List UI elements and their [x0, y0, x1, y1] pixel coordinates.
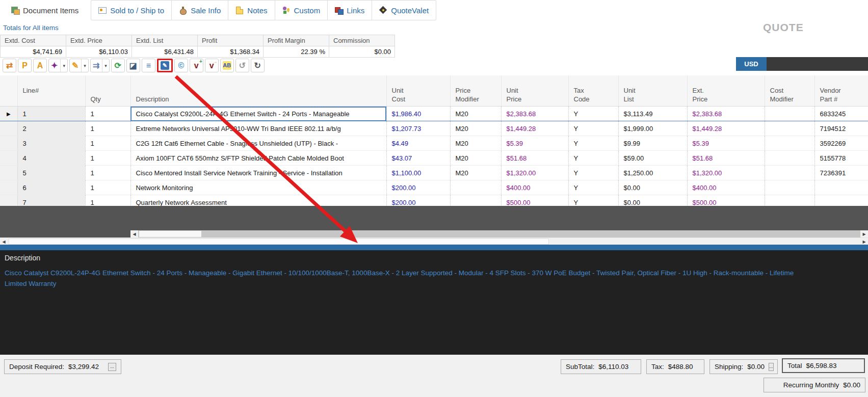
grid-cell-ext_price[interactable]: $1,320.00 — [687, 166, 765, 180]
grid-cell-price_mod[interactable]: M20 — [450, 166, 501, 180]
grid-cell-qty[interactable]: 1 — [85, 166, 130, 180]
redo-button[interactable]: ↻ — [251, 59, 265, 72]
grid-cell-cost_mod[interactable] — [765, 121, 814, 136]
grid-cell-line[interactable]: 3 — [17, 136, 85, 151]
copyright-button[interactable]: © — [174, 59, 188, 72]
highlighter-dropdown-caret[interactable]: ▾ — [81, 59, 86, 72]
grid-cell-tax[interactable]: Y — [568, 107, 618, 121]
letter-p-button[interactable]: P — [18, 59, 32, 72]
grid-cell-unit_cost[interactable]: $4.49 — [386, 136, 450, 151]
scroll-left-arrow-icon[interactable]: ◀ — [0, 238, 8, 245]
column-header-line[interactable]: Line# — [17, 75, 85, 107]
scrollbar-thumb[interactable] — [9, 239, 549, 245]
grid-cell-price_mod[interactable]: M20 — [450, 121, 501, 136]
grid-cell-unit_price[interactable]: $1,449.28 — [501, 121, 568, 136]
table-row[interactable]: 41Axiom 100FT CAT6 550mhz S/FTP Shielded… — [0, 151, 868, 166]
grid-cell-ext_price[interactable]: $1,449.28 — [687, 121, 765, 136]
column-header-cost_mod[interactable]: CostModifier — [765, 75, 814, 107]
grid-cell-desc[interactable]: Extreme Networks Universal AP5010-WW Tri… — [130, 121, 386, 136]
list-lines-button[interactable]: ≡ — [142, 59, 155, 72]
table-row[interactable]: 21Extreme Networks Universal AP5010-WW T… — [0, 121, 868, 136]
rearrange-button[interactable]: ⇉▾ — [90, 59, 110, 72]
grid-cell-unit_price[interactable]: $5.39 — [501, 136, 568, 151]
tab-custom[interactable]: Custom — [275, 1, 328, 20]
magic-wand-button[interactable]: ✦▾ — [48, 59, 68, 72]
import-export-button[interactable]: ⇄ — [3, 59, 16, 72]
grid-cell-price_mod[interactable]: M20 — [450, 107, 501, 121]
grid-cell-cost_mod[interactable] — [765, 180, 814, 195]
column-header-unit_price[interactable]: UnitPrice — [501, 75, 568, 107]
grid-cell-qty[interactable]: 1 — [85, 121, 130, 136]
column-header-qty[interactable]: Qty — [85, 75, 130, 107]
scroll-left-arrow-icon[interactable]: ◀ — [130, 230, 138, 237]
column-header-unit_cost[interactable]: UnitCost — [386, 75, 450, 107]
grid-cell-desc[interactable]: Cisco Mentored Install Service Network T… — [130, 166, 386, 180]
scroll-right-arrow-icon[interactable]: ▶ — [860, 238, 868, 245]
grid-cell-vendor[interactable]: 6833245 — [814, 107, 868, 121]
grid-cell-line[interactable]: 6 — [17, 180, 85, 195]
grid-cell-line[interactable]: 2 — [17, 121, 85, 136]
grid-cell-vendor[interactable]: 7236391 — [814, 166, 868, 180]
vendor-arrow-button[interactable]: v→ — [205, 59, 219, 72]
ab-spellcheck-button[interactable]: AB — [220, 59, 234, 72]
tab-document-items[interactable]: Document Items — [4, 0, 86, 20]
grid-cell-unit_price[interactable]: $400.00 — [501, 180, 568, 195]
grid-cell-sel[interactable] — [0, 180, 17, 195]
grid-cell-unit_list[interactable]: $9.99 — [618, 136, 687, 151]
description-panel-text[interactable]: Cisco Catalyst C9200L-24P-4G Ethernet Sw… — [5, 268, 812, 289]
grid-cell-cost_mod[interactable] — [765, 136, 814, 151]
grid-cell-desc[interactable]: Axiom 100FT CAT6 550mhz S/FTP Shielded P… — [130, 151, 386, 166]
grid-cell-ext_price[interactable]: $51.68 — [687, 151, 765, 166]
grid-cell-desc[interactable]: Cisco Catalyst C9200L-24P-4G Ethernet Sw… — [130, 107, 386, 121]
grid-cell-tax[interactable]: Y — [568, 151, 618, 166]
grid-horizontal-scrollbar[interactable]: ◀ ▶ — [130, 230, 868, 237]
rearrange-dropdown-caret[interactable]: ▾ — [102, 59, 107, 72]
grid-cell-unit_list[interactable]: $59.00 — [618, 151, 687, 166]
vendor-add-button[interactable]: v+ — [190, 59, 203, 72]
column-header-desc[interactable]: Description — [130, 75, 386, 107]
grid-cell-vendor[interactable] — [814, 180, 868, 195]
column-header-unit_list[interactable]: UnitList — [618, 75, 687, 107]
column-header-ext_price[interactable]: Ext.Price — [687, 75, 765, 107]
image-button[interactable]: ◪ — [126, 59, 140, 72]
panel-splitter[interactable] — [0, 245, 868, 250]
grid-cell-ext_price[interactable]: $400.00 — [687, 180, 765, 195]
grid-cell-cost_mod[interactable] — [765, 166, 814, 180]
grid-cell-sel[interactable] — [0, 166, 17, 180]
grid-cell-sel[interactable] — [0, 121, 17, 136]
grid-cell-qty[interactable]: 1 — [85, 107, 130, 121]
magic-wand-dropdown-caret[interactable]: ▾ — [60, 59, 65, 72]
grid-cell-sel[interactable] — [0, 151, 17, 166]
grid-cell-line[interactable]: 4 — [17, 151, 85, 166]
column-header-vendor[interactable]: VendorPart # — [814, 75, 868, 107]
grid-cell-price_mod[interactable]: M20 — [450, 136, 501, 151]
grid-cell-unit_price[interactable]: $51.68 — [501, 151, 568, 166]
grid-cell-ext_price[interactable]: $2,383.68 — [687, 107, 765, 121]
table-row[interactable]: ▶11Cisco Catalyst C9200L-24P-4G Ethernet… — [0, 107, 868, 121]
table-row[interactable]: 61Network Monitoring$200.00$400.00Y$0.00… — [0, 180, 868, 195]
grid-cell-unit_cost[interactable]: $43.07 — [386, 151, 450, 166]
grid-cell-unit_cost[interactable]: $1,986.40 — [386, 107, 450, 121]
grid-cell-price_mod[interactable] — [450, 180, 501, 195]
highlighter-button[interactable]: ✎▾ — [69, 59, 89, 72]
grid-cell-price_mod[interactable]: M20 — [450, 151, 501, 166]
grid-cell-unit_list[interactable]: $3,113.49 — [618, 107, 687, 121]
grid-cell-line[interactable]: 5 — [17, 166, 85, 180]
table-row[interactable]: 31C2G 12ft Cat6 Ethernet Cable - Snagles… — [0, 136, 868, 151]
grid-cell-tax[interactable]: Y — [568, 121, 618, 136]
grid-cell-desc[interactable]: Network Monitoring — [130, 180, 386, 195]
grid-cell-unit_cost[interactable]: $1,100.00 — [386, 166, 450, 180]
letter-a-button[interactable]: A — [33, 59, 47, 72]
tab-quotevalet[interactable]: QuoteValet — [372, 1, 436, 20]
grid-cell-sel[interactable] — [0, 136, 17, 151]
grid-cell-qty[interactable]: 1 — [85, 180, 130, 195]
grid-cell-unit_cost[interactable]: $1,207.73 — [386, 121, 450, 136]
grid-cell-unit_list[interactable]: $1,999.00 — [618, 121, 687, 136]
tab-notes[interactable]: Notes — [228, 1, 274, 20]
grid-cell-vendor[interactable]: 7194512 — [814, 121, 868, 136]
edit-item-button[interactable]: ✎ — [157, 59, 173, 72]
grid-cell-desc[interactable]: C2G 12ft Cat6 Ethernet Cable - Snagless … — [130, 136, 386, 151]
totals-for-all-items-link[interactable]: Totals for All items — [3, 24, 59, 32]
grid-cell-vendor[interactable]: 3592269 — [814, 136, 868, 151]
currency-usd-button[interactable]: USD — [736, 57, 767, 71]
